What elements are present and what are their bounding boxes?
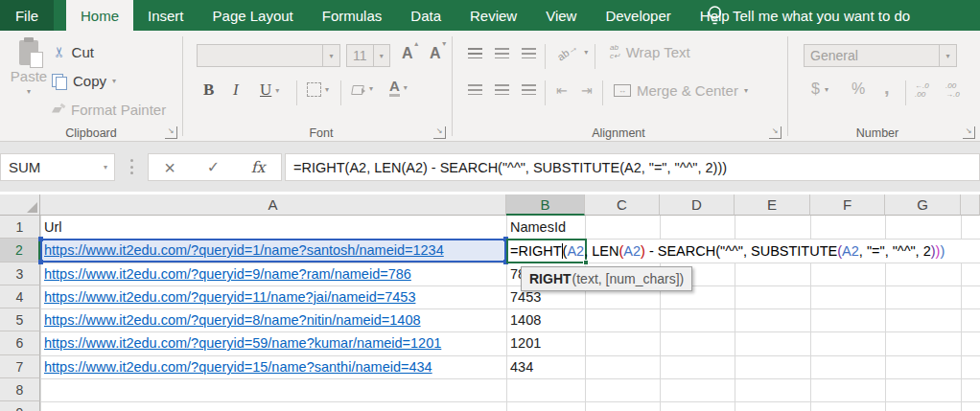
- align-center-button[interactable]: [495, 84, 509, 95]
- orientation-button[interactable]: ab→ ▾: [556, 46, 588, 57]
- column-header-G[interactable]: G: [885, 194, 961, 216]
- tab-view[interactable]: View: [531, 0, 591, 31]
- cell-B1[interactable]: NamesId: [510, 219, 566, 235]
- font-name-combo[interactable]: ▾: [197, 44, 340, 67]
- increase-decimal-button[interactable]: ←.0.00: [915, 82, 929, 100]
- align-left-button[interactable]: [468, 84, 482, 95]
- middle-align-button[interactable]: [495, 48, 509, 58]
- enter-icon[interactable]: ✓: [207, 158, 220, 176]
- font-color-icon: A: [389, 79, 400, 97]
- range-corner-handle[interactable]: [38, 237, 43, 241]
- cell-B4[interactable]: 7453: [510, 289, 541, 305]
- tab-home[interactable]: Home: [66, 0, 133, 31]
- insert-function-icon[interactable]: fx: [251, 158, 266, 176]
- column-header-D[interactable]: D: [660, 194, 735, 216]
- row-header-3[interactable]: 3: [0, 263, 40, 285]
- formula-input[interactable]: =RIGHT(A2, LEN(A2) - SEARCH("^^", SUBSTI…: [285, 153, 980, 181]
- comma-style-button[interactable]: ,: [884, 77, 890, 99]
- range-corner-handle[interactable]: [38, 260, 43, 264]
- row-header-6[interactable]: 6: [0, 331, 40, 355]
- copy-button[interactable]: Copy ▾: [52, 73, 116, 89]
- decrease-decimal-icon: .00→.0: [945, 82, 960, 100]
- chevron-down-icon: ▾: [373, 45, 389, 66]
- worksheet-grid: ABCDEFG 123456789 UrlNamesIdhttps://www.…: [0, 194, 980, 411]
- formula-bar-resize-handle[interactable]: [130, 159, 133, 174]
- increase-indent-button[interactable]: ⇥: [581, 82, 593, 98]
- column-header-B[interactable]: B: [506, 194, 585, 216]
- alignment-dialog-launcher[interactable]: ↘: [769, 126, 782, 139]
- merge-center-button[interactable]: ↔ Merge & Center ▾: [614, 82, 748, 99]
- tab-strip: FileHomeInsertPage LayoutFormulasDataRev…: [0, 0, 744, 31]
- font-dialog-launcher[interactable]: ↘: [433, 126, 446, 139]
- number-format-combo[interactable]: General ▾: [804, 44, 957, 67]
- underline-button[interactable]: U ▾: [260, 80, 279, 100]
- function-hint-tooltip: RIGHT(text, [num_chars]): [521, 266, 692, 291]
- bottom-align-button[interactable]: [522, 48, 536, 58]
- cut-button[interactable]: ✂ Cut: [54, 43, 94, 60]
- cut-label: Cut: [72, 44, 94, 60]
- wrap-text-label: Wrap Text: [626, 44, 690, 60]
- row-header-4[interactable]: 4: [0, 285, 40, 308]
- row-header-5[interactable]: 5: [0, 308, 40, 331]
- font-color-button[interactable]: A ▾: [389, 79, 408, 97]
- formula-segment: , "=", "^^", 2: [859, 243, 931, 259]
- column-header-partial[interactable]: [961, 194, 980, 216]
- column-header-C[interactable]: C: [585, 194, 660, 216]
- tab-file[interactable]: File: [0, 0, 54, 31]
- decrease-decimal-button[interactable]: .00→.0: [945, 82, 960, 100]
- select-all-corner[interactable]: [0, 194, 40, 216]
- tab-developer[interactable]: Developer: [591, 0, 685, 31]
- accounting-format-button[interactable]: $ ▾: [811, 80, 828, 98]
- name-box[interactable]: SUM ▾: [0, 153, 115, 181]
- tell-me-box[interactable]: Tell me what you want to do: [707, 0, 910, 31]
- cell-B5[interactable]: 1408: [510, 312, 541, 328]
- select-all-triangle-icon: [27, 202, 37, 213]
- cancel-icon[interactable]: ×: [164, 158, 175, 177]
- number-dialog-launcher[interactable]: ↘: [963, 126, 975, 139]
- tab-data[interactable]: Data: [396, 0, 455, 31]
- clipboard-dialog-launcher[interactable]: ↘: [165, 126, 177, 139]
- cell-B7[interactable]: 434: [510, 359, 533, 375]
- percent-icon: %: [852, 80, 865, 98]
- tab-formulas[interactable]: Formulas: [308, 0, 397, 31]
- italic-button[interactable]: I: [233, 80, 239, 100]
- top-align-button[interactable]: [468, 48, 482, 58]
- increase-font-size-button[interactable]: A▲: [402, 45, 413, 62]
- cell-A1[interactable]: Url: [44, 219, 62, 235]
- tab-review[interactable]: Review: [455, 0, 531, 31]
- row-header-9[interactable]: 9: [0, 401, 40, 411]
- cell-A5[interactable]: https://www.it2edu.com/?queryid=8/name?n…: [44, 312, 421, 328]
- bold-button[interactable]: B: [203, 80, 214, 100]
- column-header-A[interactable]: A: [40, 194, 506, 216]
- align-right-button[interactable]: [522, 84, 536, 95]
- row-header-1[interactable]: 1: [0, 216, 40, 239]
- fill-color-button[interactable]: ▾: [351, 82, 373, 94]
- font-size-combo[interactable]: 11 ▾: [346, 44, 390, 67]
- decrease-indent-button[interactable]: ⇤: [556, 82, 568, 98]
- row-header-7[interactable]: 7: [0, 355, 40, 378]
- cell-edit-formula[interactable]: =RIGHT(A2, LEN(A2) - SEARCH("^^", SUBSTI…: [510, 240, 945, 262]
- tab-insert[interactable]: Insert: [133, 0, 198, 31]
- cell-B6[interactable]: 1201: [510, 335, 541, 351]
- paste-icon: [19, 40, 38, 65]
- format-painter-button[interactable]: Format Painter: [52, 102, 166, 118]
- paste-button[interactable]: Paste ▾: [8, 40, 50, 96]
- row-header-2[interactable]: 2: [0, 239, 40, 263]
- chevron-down-icon: ▾: [369, 84, 373, 93]
- column-header-E[interactable]: E: [735, 194, 810, 216]
- cell-A4[interactable]: https://www.it2edu.com/?queryid=11/name?…: [44, 289, 415, 305]
- ribbon: Paste ▾ ✂ Cut Copy ▾ Format Painter Clip…: [0, 31, 980, 142]
- bottom-align-icon: [522, 48, 536, 58]
- borders-button[interactable]: ▾: [307, 82, 329, 97]
- increase-indent-icon: ⇥: [581, 82, 593, 98]
- column-header-F[interactable]: F: [810, 194, 885, 216]
- decrease-font-size-button[interactable]: A▼: [430, 45, 441, 62]
- wrap-text-button[interactable]: abc↵ Wrap Text: [610, 44, 690, 61]
- tab-page-layout[interactable]: Page Layout: [198, 0, 308, 31]
- percent-style-button[interactable]: %: [852, 80, 865, 98]
- cell-A7[interactable]: https://www.it2edu.com/?queryid=15/name?…: [44, 359, 432, 375]
- cell-A6[interactable]: https://www.it2edu.com/?queryid=59/name?…: [44, 335, 441, 351]
- cell-A3[interactable]: https://www.it2edu.com/?queryid=9/name?r…: [44, 266, 411, 282]
- chevron-down-icon: ▾: [825, 85, 828, 94]
- row-header-8[interactable]: 8: [0, 378, 40, 401]
